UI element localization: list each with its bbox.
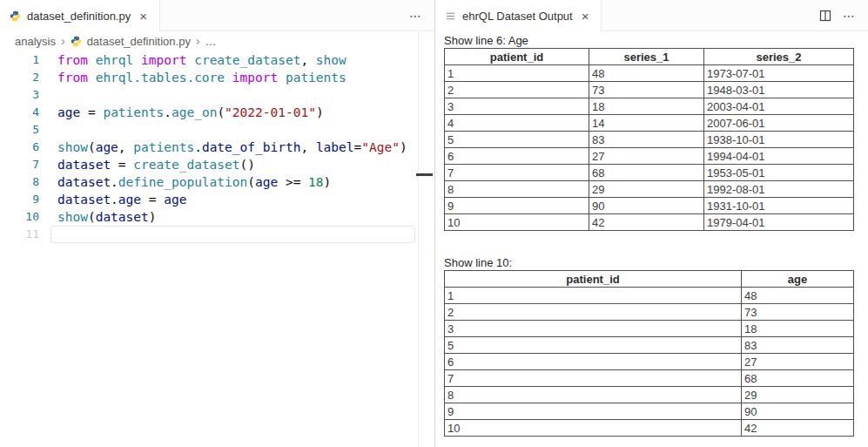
table-cell: 5 bbox=[445, 337, 742, 354]
table-row: 829 bbox=[445, 387, 854, 403]
tab-dataset-definition[interactable]: dataset_definition.py × bbox=[0, 0, 160, 31]
code-line-text: dataset = create_dataset() bbox=[39, 156, 255, 173]
table-row: 990 bbox=[445, 403, 854, 420]
breadcrumb: analysis › dataset_definition.py › … bbox=[0, 31, 434, 51]
output-section: Show line 6: Agepatient_idseries_1series… bbox=[444, 34, 868, 231]
editor-group-left: dataset_definition.py × ⋯ analysis › dat… bbox=[0, 0, 435, 447]
table-cell: 42 bbox=[742, 420, 854, 437]
close-icon[interactable]: × bbox=[137, 9, 150, 24]
table-row: 5831938-10-01 bbox=[445, 132, 854, 148]
code-editor[interactable]: 1from ehrql import create_dataset, show2… bbox=[0, 51, 434, 243]
table-cell: 1994-04-01 bbox=[704, 148, 854, 165]
table-cell: 1948-03-01 bbox=[704, 82, 854, 98]
line-number: 1 bbox=[0, 51, 39, 69]
table-header-row: patient_idage bbox=[445, 271, 854, 288]
table-row: 7681953-05-01 bbox=[445, 165, 854, 181]
code-line: 7dataset = create_dataset() bbox=[0, 156, 434, 173]
table-cell: 2003-04-01 bbox=[704, 98, 854, 115]
table-row: 318 bbox=[445, 321, 854, 337]
table-row: 2731948-03-01 bbox=[445, 82, 854, 98]
table-cell: 1992-08-01 bbox=[704, 181, 854, 198]
table-cell: 18 bbox=[589, 98, 704, 115]
overview-ruler-cursor-marker[interactable] bbox=[416, 173, 433, 176]
code-line: 5 bbox=[0, 121, 434, 139]
breadcrumb-item-symbols[interactable]: … bbox=[205, 35, 217, 48]
column-header: patient_id bbox=[445, 49, 589, 65]
code-line: 11 bbox=[0, 226, 434, 243]
code-line-text: age = patients.age_on("2022-01-01") bbox=[39, 104, 324, 121]
python-icon bbox=[10, 10, 21, 22]
code-line: 3 bbox=[0, 86, 434, 104]
tab-ehrql-dataset-output[interactable]: ehrQL Dataset Output × bbox=[435, 0, 602, 31]
table-cell: 2 bbox=[445, 82, 589, 98]
close-icon[interactable]: × bbox=[579, 9, 592, 24]
column-header: age bbox=[742, 271, 854, 288]
table-row: 768 bbox=[445, 370, 854, 387]
table-cell: 6 bbox=[445, 354, 742, 370]
table-cell: 14 bbox=[589, 115, 704, 132]
more-actions-icon[interactable]: ⋯ bbox=[843, 9, 856, 23]
right-tab-bar: ehrQL Dataset Output × ⋯ bbox=[435, 0, 868, 31]
table-cell: 1938-10-01 bbox=[704, 132, 854, 148]
table-cell: 83 bbox=[589, 132, 704, 148]
tab-label: dataset_definition.py bbox=[27, 10, 131, 23]
column-header: patient_id bbox=[445, 271, 742, 288]
table-cell: 1 bbox=[445, 288, 742, 304]
table-cell: 9 bbox=[445, 198, 589, 214]
table-cell: 1973-07-01 bbox=[704, 65, 854, 82]
output-table: patient_idage148273318583627768829990104… bbox=[444, 270, 854, 437]
breadcrumb-item-file[interactable]: dataset_definition.py bbox=[87, 35, 191, 48]
chevron-right-icon: › bbox=[61, 34, 65, 48]
line-number: 3 bbox=[0, 86, 39, 104]
table-cell: 48 bbox=[742, 288, 854, 304]
table-row: 9901931-10-01 bbox=[445, 198, 854, 214]
output-panel: Show line 6: Agepatient_idseries_1series… bbox=[435, 31, 868, 437]
tab-label: ehrQL Dataset Output bbox=[462, 10, 573, 23]
left-tab-bar: dataset_definition.py × ⋯ bbox=[0, 0, 434, 31]
code-line-text bbox=[39, 121, 57, 139]
table-row: 583 bbox=[445, 337, 854, 354]
code-line-text: from ehrql import create_dataset, show bbox=[39, 51, 347, 69]
line-number: 2 bbox=[0, 69, 39, 86]
line-number: 11 bbox=[0, 226, 39, 243]
output-section: Show line 10:patient_idage14827331858362… bbox=[444, 256, 868, 437]
overview-ruler bbox=[418, 31, 419, 447]
line-number: 7 bbox=[0, 156, 39, 173]
code-line-text bbox=[39, 226, 57, 243]
table-cell: 48 bbox=[589, 65, 704, 82]
table-row: 1481973-07-01 bbox=[445, 65, 854, 82]
table-cell: 1931-10-01 bbox=[704, 198, 854, 214]
vscode-window: dataset_definition.py × ⋯ analysis › dat… bbox=[0, 0, 868, 447]
line-number: 9 bbox=[0, 191, 39, 208]
breadcrumb-item-analysis[interactable]: analysis bbox=[15, 35, 56, 48]
code-line-text: show(age, patients.date_of_birth, label=… bbox=[39, 139, 407, 156]
python-icon bbox=[71, 36, 82, 47]
code-line-text bbox=[39, 86, 57, 104]
table-cell: 1953-05-01 bbox=[704, 165, 854, 181]
table-cell: 2007-06-01 bbox=[704, 115, 854, 132]
table-cell: 68 bbox=[589, 165, 704, 181]
table-cell: 27 bbox=[742, 354, 854, 370]
code-line-text: show(dataset) bbox=[39, 208, 157, 226]
table-cell: 9 bbox=[445, 403, 742, 420]
section-heading: Show line 10: bbox=[444, 256, 868, 269]
table-cell: 73 bbox=[742, 304, 854, 321]
table-cell: 6 bbox=[445, 148, 589, 165]
line-number: 4 bbox=[0, 104, 39, 121]
table-row: 1042 bbox=[445, 420, 854, 437]
table-row: 273 bbox=[445, 304, 854, 321]
split-editor-icon[interactable] bbox=[818, 9, 832, 23]
table-row: 148 bbox=[445, 288, 854, 304]
table-row: 10421979-04-01 bbox=[445, 214, 854, 231]
table-cell: 8 bbox=[445, 387, 742, 403]
table-cell: 42 bbox=[589, 214, 704, 231]
line-number: 8 bbox=[0, 173, 39, 191]
chevron-right-icon: › bbox=[196, 34, 200, 48]
table-row: 4142007-06-01 bbox=[445, 115, 854, 132]
code-line: 1from ehrql import create_dataset, show bbox=[0, 51, 434, 69]
code-line: 4age = patients.age_on("2022-01-01") bbox=[0, 104, 434, 121]
more-actions-icon[interactable]: ⋯ bbox=[409, 9, 422, 23]
table-cell: 10 bbox=[445, 214, 589, 231]
code-line: 9dataset.age = age bbox=[0, 191, 434, 208]
code-line: 8dataset.define_population(age >= 18) bbox=[0, 173, 434, 191]
